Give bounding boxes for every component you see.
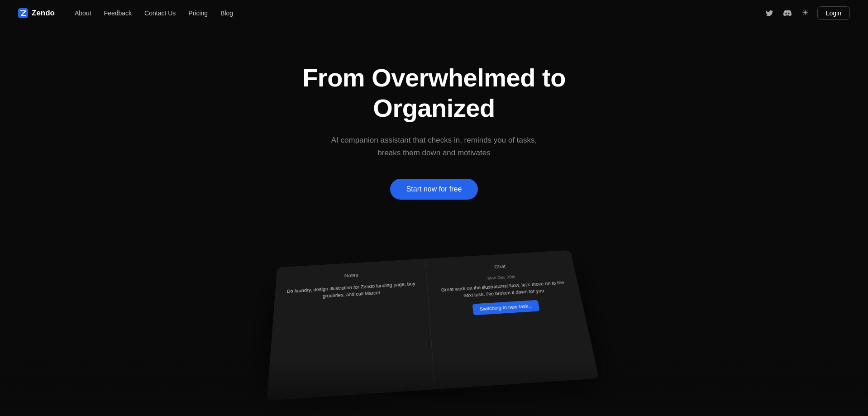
hero-title: From Overwhelmed to Organized <box>276 62 592 123</box>
nav-links: About Feedback Contact Us Pricing Blog <box>69 7 238 19</box>
notes-title: Notes <box>286 269 416 282</box>
preview-wrapper: Notes Do laundry, design illustration fo… <box>0 227 868 381</box>
logo-link[interactable]: Zendo <box>18 8 55 18</box>
nav-link-blog[interactable]: Blog <box>215 7 238 19</box>
logo-text: Zendo <box>32 9 55 18</box>
start-now-button[interactable]: Start now for free <box>390 179 478 200</box>
theme-toggle-icon[interactable]: ☀ <box>799 7 812 19</box>
nav-link-about[interactable]: About <box>69 7 97 19</box>
preview-card: Notes Do laundry, design illustration fo… <box>267 250 599 400</box>
logo-icon <box>18 8 28 18</box>
nav-link-contact[interactable]: Contact Us <box>139 7 181 19</box>
switching-task-button[interactable]: Switching to new task... <box>472 300 540 316</box>
navbar: Zendo About Feedback Contact Us Pricing … <box>0 0 868 26</box>
hero-subtitle: AI companion assistant that checks in, r… <box>325 134 543 158</box>
chat-message: Great work on the illustrations! Now, le… <box>437 279 570 301</box>
preview-notes-panel: Notes Do laundry, design illustration fo… <box>267 258 435 400</box>
chat-title: Chat <box>436 260 564 273</box>
nav-right: ☀ Login <box>763 6 850 20</box>
nav-left: Zendo About Feedback Contact Us Pricing … <box>18 7 238 19</box>
discord-icon[interactable] <box>781 7 794 19</box>
nav-link-pricing[interactable]: Pricing <box>183 7 213 19</box>
twitter-icon[interactable] <box>763 7 776 19</box>
preview-chat-panel: Chat Mon Dec 30th Great work on the illu… <box>425 250 599 389</box>
notes-body: Do laundry, design illustration for Zend… <box>285 280 418 302</box>
nav-link-feedback[interactable]: Feedback <box>99 7 137 19</box>
hero-section: From Overwhelmed to Organized AI compani… <box>0 26 868 381</box>
login-button[interactable]: Login <box>817 6 850 20</box>
